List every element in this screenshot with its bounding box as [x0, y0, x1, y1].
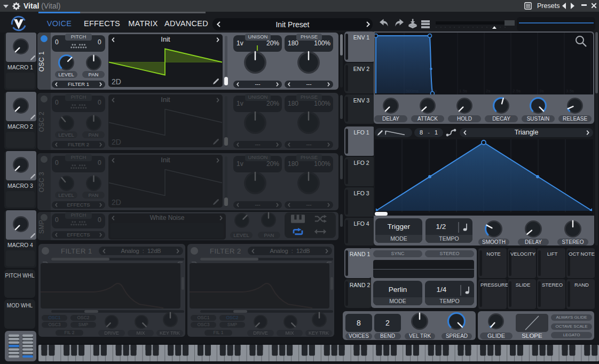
- svg-text:3.5s: 3.5s: [566, 89, 574, 93]
- svg-text:2.5s: 2.5s: [513, 89, 521, 93]
- svg-text:1.5s: 1.5s: [459, 89, 467, 93]
- svg-text:2s: 2s: [486, 89, 490, 93]
- svg-text:3s: 3s: [539, 89, 543, 93]
